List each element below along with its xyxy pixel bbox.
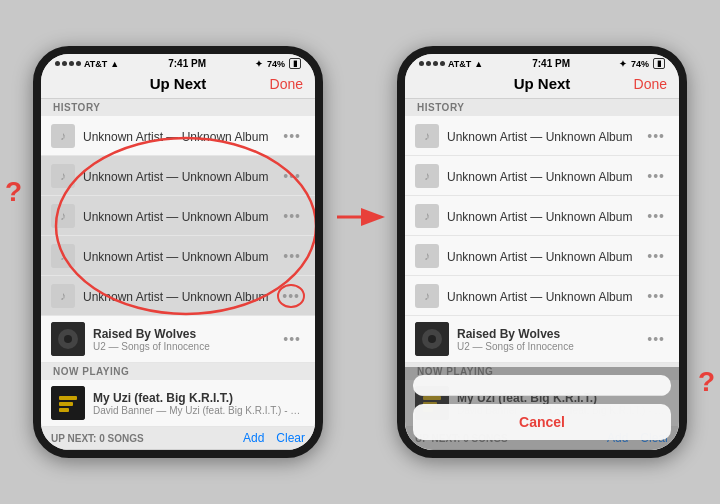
status-bar-left: AT&T ▲ 7:41 PM ✦ 74% ▮ <box>41 54 315 71</box>
more-button[interactable]: ••• <box>643 126 669 146</box>
svg-point-2 <box>64 335 72 343</box>
add-button-left[interactable]: Add <box>243 431 264 445</box>
track-info: Unknown Artist — Unknown Album <box>83 127 279 145</box>
question-mark-left: ? <box>5 176 22 208</box>
wifi-icon: ▲ <box>474 59 483 69</box>
track-title: Unknown Artist — Unknown Album <box>447 130 632 144</box>
phones-container: ? AT&T ▲ 7:41 PM ✦ 74% ▮ Up Next Done <box>33 46 687 458</box>
now-playing-title: My Uzi (feat. Big K.R.I.T.) <box>93 391 305 405</box>
music-note-icon: ♪ <box>424 249 430 263</box>
battery-left: 74% <box>267 59 285 69</box>
question-mark-right: ? <box>698 366 715 398</box>
track-info: Unknown Artist — Unknown Album <box>83 287 277 305</box>
status-right: ✦ 74% ▮ <box>619 58 665 69</box>
signal-icon <box>55 61 81 66</box>
track-row: ♪ Unknown Artist — Unknown Album ••• <box>41 156 315 196</box>
track-title: Unknown Artist — Unknown Album <box>83 130 268 144</box>
now-playing-art <box>51 386 85 420</box>
track-row: ♪ Unknown Artist — Unknown Album ••• <box>405 196 679 236</box>
track-title: Unknown Artist — Unknown Album <box>83 210 268 224</box>
more-button[interactable]: ••• <box>279 246 305 266</box>
track-info: Unknown Artist — Unknown Album <box>83 247 279 265</box>
done-button-right[interactable]: Done <box>634 76 667 92</box>
done-button-left[interactable]: Done <box>270 76 303 92</box>
track-row: ♪ Unknown Artist — Unknown Album ••• <box>41 196 315 236</box>
track-info: Unknown Artist — Unknown Album <box>447 247 643 265</box>
battery-icon: ▮ <box>289 58 301 69</box>
carrier-left: AT&T <box>84 59 107 69</box>
track-info: Unknown Artist — Unknown Album <box>83 207 279 225</box>
nav-header-left: Up Next Done <box>41 71 315 99</box>
track-info: Raised By Wolves U2 — Songs of Innocence <box>457 327 643 352</box>
action-sheet-option[interactable] <box>413 375 671 396</box>
track-row: ♪ Unknown Artist — Unknown Album ••• <box>405 156 679 196</box>
nav-title-left: Up Next <box>150 75 207 92</box>
arrow-icon <box>335 206 385 228</box>
bluetooth-icon: ✦ <box>619 59 627 69</box>
track-title: Unknown Artist — Unknown Album <box>83 290 268 304</box>
track-info: Raised By Wolves U2 — Songs of Innocence <box>93 327 279 352</box>
more-button[interactable]: ••• <box>279 126 305 146</box>
track-info: Unknown Artist — Unknown Album <box>447 207 643 225</box>
action-sheet <box>413 375 671 396</box>
action-sheet-overlay: Cancel <box>405 367 679 450</box>
more-button[interactable]: ••• <box>643 166 669 186</box>
raised-wolves-subtitle: U2 — Songs of Innocence <box>93 341 279 352</box>
track-title: Unknown Artist — Unknown Album <box>83 170 268 184</box>
up-next-footer-left: UP NEXT: 0 SONGS Add Clear <box>41 427 315 450</box>
more-button[interactable]: ••• <box>279 166 305 186</box>
more-button[interactable]: ••• <box>643 329 669 349</box>
music-note-icon: ♪ <box>60 169 66 183</box>
time-left: 7:41 PM <box>168 58 206 69</box>
track-thumbnail: ♪ <box>51 204 75 228</box>
more-button[interactable]: ••• <box>643 206 669 226</box>
right-phone: AT&T ▲ 7:41 PM ✦ 74% ▮ Up Next Done HIST… <box>397 46 687 458</box>
raised-by-wolves-row: Raised By Wolves U2 — Songs of Innocence… <box>41 316 315 363</box>
more-button-circled[interactable]: ••• <box>277 284 305 308</box>
clear-button-left[interactable]: Clear <box>276 431 305 445</box>
track-row: ♪ Unknown Artist — Unknown Album ••• <box>41 116 315 156</box>
raised-wolves-subtitle: U2 — Songs of Innocence <box>457 341 643 352</box>
music-note-icon: ♪ <box>424 289 430 303</box>
wifi-icon: ▲ <box>110 59 119 69</box>
more-button[interactable]: ••• <box>279 206 305 226</box>
raised-by-wolves-row-right: Raised By Wolves U2 — Songs of Innocence… <box>405 316 679 363</box>
music-note-icon: ♪ <box>60 129 66 143</box>
bluetooth-icon: ✦ <box>255 59 263 69</box>
svg-rect-5 <box>59 402 73 406</box>
more-button[interactable]: ••• <box>643 246 669 266</box>
track-thumbnail: ♪ <box>415 284 439 308</box>
more-button[interactable]: ••• <box>643 286 669 306</box>
track-info: Unknown Artist — Unknown Album <box>83 167 279 185</box>
more-button[interactable]: ••• <box>279 329 305 349</box>
album-art-image <box>51 322 85 356</box>
music-note-icon: ♪ <box>424 209 430 223</box>
up-next-count-left: UP NEXT: 0 SONGS <box>51 433 144 444</box>
status-left: AT&T ▲ <box>55 59 119 69</box>
album-art-image <box>415 322 449 356</box>
track-info: Unknown Artist — Unknown Album <box>447 287 643 305</box>
history-header-left: HISTORY <box>41 99 315 116</box>
track-info: Unknown Artist — Unknown Album <box>447 167 643 185</box>
track-thumbnail: ♪ <box>415 244 439 268</box>
arrow-container <box>335 46 385 228</box>
music-note-icon: ♪ <box>424 169 430 183</box>
action-sheet-cancel[interactable]: Cancel <box>413 404 671 440</box>
track-row: ♪ Unknown Artist — Unknown Album ••• <box>405 236 679 276</box>
track-title: Unknown Artist — Unknown Album <box>447 170 632 184</box>
album-art-u2 <box>415 322 449 356</box>
album-art-u2 <box>51 322 85 356</box>
track-thumbnail: ♪ <box>415 164 439 188</box>
raised-wolves-title: Raised By Wolves <box>93 327 279 341</box>
track-row: ♪ Unknown Artist — Unknown Album ••• <box>41 236 315 276</box>
music-note-icon: ♪ <box>60 249 66 263</box>
track-thumbnail: ♪ <box>415 124 439 148</box>
status-right: ✦ 74% ▮ <box>255 58 301 69</box>
now-playing-header-left: NOW PLAYING <box>41 363 315 380</box>
now-playing-subtitle: David Banner — My Uzi (feat. Big K.R.I.T… <box>93 405 305 416</box>
track-info: Unknown Artist — Unknown Album <box>447 127 643 145</box>
footer-actions: Add Clear <box>243 431 305 445</box>
track-thumbnail: ♪ <box>415 204 439 228</box>
track-title: Unknown Artist — Unknown Album <box>447 210 632 224</box>
music-note-icon: ♪ <box>424 129 430 143</box>
